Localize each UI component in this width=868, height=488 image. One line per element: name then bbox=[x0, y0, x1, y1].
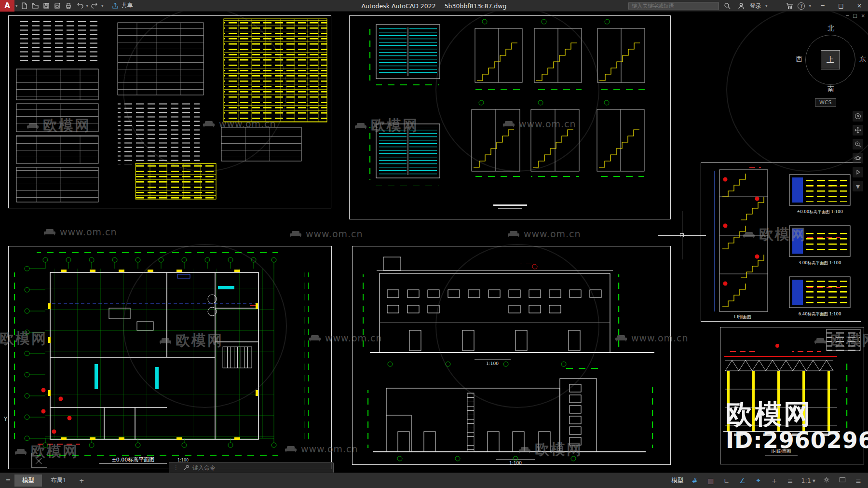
show-motion-button[interactable] bbox=[853, 167, 863, 177]
clean-screen-icon bbox=[839, 476, 846, 484]
titlebar-right-cluster: 登录 ▾ ? ▾ ─ □ × bbox=[628, 0, 868, 12]
osnap-icon: ⌖ bbox=[757, 476, 760, 484]
new-file-button[interactable] bbox=[19, 0, 30, 11]
ucs-y-label: Y bbox=[4, 416, 7, 422]
search-input[interactable] bbox=[632, 3, 716, 9]
help-icon: ? bbox=[800, 3, 802, 9]
osnap-toggle[interactable]: ⌖ bbox=[754, 476, 763, 485]
close-button[interactable]: × bbox=[852, 0, 867, 12]
orbit-button[interactable] bbox=[853, 153, 863, 163]
cart-icon bbox=[786, 2, 793, 10]
save-as-button[interactable] bbox=[52, 0, 63, 11]
workspace-switching-button[interactable] bbox=[822, 476, 831, 485]
viewcube[interactable]: 北 上 西 东 南 WCS bbox=[795, 23, 867, 118]
sofa-icon bbox=[507, 230, 520, 238]
maximize-button[interactable]: □ bbox=[833, 0, 849, 12]
new-file-icon bbox=[20, 2, 28, 10]
login-caret-icon[interactable]: ▾ bbox=[764, 3, 769, 8]
app-name: Autodesk AutoCAD 2022 bbox=[362, 2, 436, 10]
pan-button[interactable] bbox=[853, 125, 863, 136]
detail-caption-3: 6.40标高平面图 1:100 bbox=[799, 312, 841, 316]
viewcube-west-label[interactable]: 西 bbox=[796, 55, 802, 64]
full-navigation-wheel-button[interactable] bbox=[853, 111, 863, 122]
share-button[interactable]: 共享 bbox=[111, 1, 133, 10]
viewcube-top-face[interactable]: 上 bbox=[821, 50, 840, 69]
app-store-button[interactable] bbox=[784, 0, 795, 11]
redo-icon bbox=[91, 2, 99, 10]
autocad-window: A ▾ ▾ ▾ 共享 Autodesk AutoCAD 2022 5b30bbf… bbox=[0, 0, 868, 488]
navbar-caret-icon: ▾ bbox=[856, 182, 860, 191]
layout-tabs-menu-icon[interactable]: ≡ bbox=[3, 477, 14, 484]
search-box[interactable] bbox=[628, 2, 719, 10]
command-line-handle-icon[interactable]: ⋮ bbox=[173, 464, 179, 471]
bottom-bar: ≡ 模型 布局1 + 模型 # ▦ ∟ ∠ ⌖ + ≡ 1:1 ▾ ≡ bbox=[0, 473, 868, 488]
plan-caption: ±0.00标高平面图 bbox=[112, 457, 155, 463]
ucs-icon bbox=[29, 451, 50, 471]
doc-close-button[interactable]: × bbox=[861, 13, 865, 18]
sheet-notes-schedules bbox=[8, 15, 332, 209]
polar-toggle[interactable]: ∠ bbox=[738, 477, 747, 485]
elevation-b-scale: 1:100 bbox=[509, 461, 522, 465]
annotation-scale-control[interactable]: 1:1 ▾ bbox=[801, 477, 815, 484]
sheet-elevations: 1:100 1:100 bbox=[352, 245, 671, 465]
watermark-url-item: www.om.cn bbox=[507, 229, 581, 239]
customize-wrench-icon[interactable] bbox=[182, 464, 189, 471]
navigation-wheel-icon bbox=[854, 112, 862, 120]
plot-button[interactable] bbox=[63, 0, 74, 11]
redo-caret-icon[interactable]: ▾ bbox=[100, 3, 105, 8]
minimize-button[interactable]: ─ bbox=[815, 0, 830, 12]
lineweight-toggle[interactable]: ≡ bbox=[786, 477, 795, 485]
save-icon bbox=[42, 2, 50, 10]
redo-button[interactable] bbox=[89, 0, 100, 11]
pan-icon bbox=[854, 126, 862, 134]
viewcube-east-label[interactable]: 东 bbox=[859, 55, 866, 64]
user-icon bbox=[737, 2, 745, 10]
navbar-more-button[interactable]: ▾ bbox=[853, 181, 863, 191]
zoom-button[interactable] bbox=[853, 139, 863, 149]
snap-icon: ▦ bbox=[707, 477, 714, 485]
tab-layout1[interactable]: 布局1 bbox=[43, 474, 74, 487]
command-input[interactable] bbox=[192, 464, 329, 471]
add-layout-button[interactable]: + bbox=[75, 475, 88, 486]
save-button[interactable] bbox=[41, 0, 52, 11]
undo-caret-icon[interactable]: ▾ bbox=[85, 3, 90, 8]
grid-toggle[interactable]: # bbox=[690, 477, 700, 485]
help-caret-icon[interactable]: ▾ bbox=[808, 3, 812, 8]
account-button[interactable] bbox=[736, 0, 747, 11]
model-space-button[interactable]: 模型 bbox=[672, 476, 684, 485]
command-line[interactable]: ⋮ bbox=[169, 462, 334, 473]
tab-model[interactable]: 模型 bbox=[14, 474, 42, 487]
watermark-url-item: www.om.cn bbox=[43, 227, 117, 237]
play-icon bbox=[854, 168, 862, 176]
app-menu-button[interactable]: A bbox=[0, 0, 14, 12]
sofa-icon bbox=[289, 230, 302, 238]
open-file-button[interactable] bbox=[30, 0, 41, 11]
drawing-canvas[interactable]: ±0.00标高平面图 1:100 3.00标高平面图 1:100 6.40标高平… bbox=[0, 12, 868, 473]
wcs-dropdown[interactable]: WCS bbox=[815, 98, 836, 107]
sheet-floor-plan: ±0.00标高平面图 1:100 bbox=[8, 245, 332, 470]
login-label[interactable]: 登录 bbox=[750, 2, 761, 10]
viewcube-south-label[interactable]: 南 bbox=[795, 85, 867, 94]
doc-minimize-button[interactable]: ─ bbox=[846, 13, 849, 18]
zoom-icon bbox=[854, 140, 862, 148]
annotation-scale-caret-icon: ▾ bbox=[813, 477, 815, 484]
watermark-text: www.om.cn bbox=[306, 229, 363, 239]
app-menu-caret-icon[interactable]: ▾ bbox=[14, 3, 19, 8]
grid-icon: # bbox=[692, 477, 698, 485]
polar-icon: ∠ bbox=[739, 477, 746, 485]
customization-button[interactable]: ≡ bbox=[854, 477, 863, 485]
viewcube-north-label[interactable]: 北 bbox=[795, 24, 867, 33]
ortho-toggle[interactable]: ∟ bbox=[722, 477, 732, 485]
layout-tabs: ≡ 模型 布局1 + bbox=[3, 473, 88, 488]
help-button[interactable]: ? bbox=[798, 2, 805, 10]
doc-restore-button[interactable]: □ bbox=[853, 13, 857, 18]
clean-screen-button[interactable] bbox=[838, 476, 847, 485]
ortho-icon: ∟ bbox=[724, 477, 730, 485]
search-button[interactable] bbox=[722, 0, 733, 11]
orbit-icon bbox=[854, 154, 862, 162]
undo-button[interactable] bbox=[74, 0, 85, 11]
snap-toggle[interactable]: ▦ bbox=[706, 477, 716, 485]
otrack-toggle[interactable]: + bbox=[770, 477, 779, 485]
watermark-text: www.om.cn bbox=[524, 229, 581, 239]
document-name: 5b30bbf813c87.dwg bbox=[445, 2, 507, 10]
